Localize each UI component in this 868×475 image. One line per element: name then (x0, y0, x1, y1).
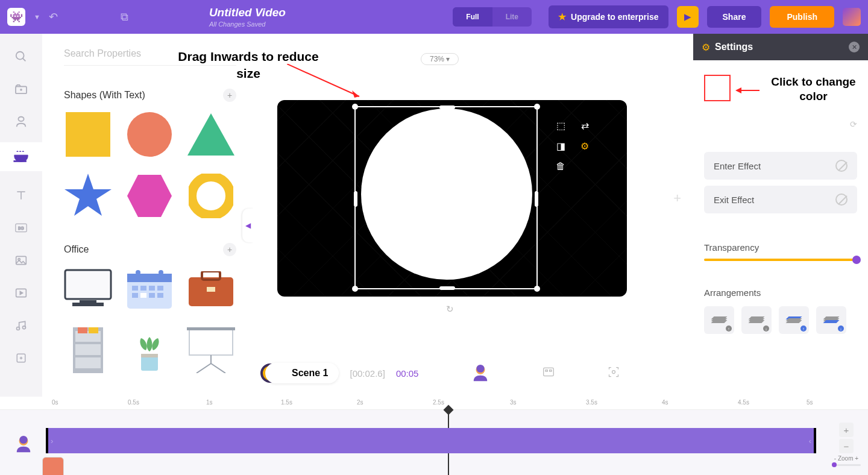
user-avatar[interactable] (843, 8, 861, 26)
character-chip-icon[interactable] (471, 364, 489, 382)
audio-icon[interactable] (13, 317, 30, 334)
zoom-display[interactable]: 73% ▾ (421, 53, 459, 65)
title-wrap: Untitled Video All Changes Saved (209, 6, 286, 28)
publish-button[interactable]: Publish (770, 6, 834, 28)
zoom-slider[interactable] (832, 464, 861, 466)
resize-edge[interactable] (439, 286, 455, 290)
color-swatch[interactable] (704, 75, 731, 101)
resize-handle[interactable] (534, 104, 540, 110)
svg-point-0 (16, 52, 24, 60)
selection-box[interactable] (354, 106, 538, 289)
zoom-in-button[interactable]: + (839, 423, 854, 437)
camera-focus-icon[interactable] (608, 366, 620, 380)
scene-info-bar: ▶ Scene 1 [00:02.6] 00:05 (260, 363, 620, 383)
props-icon[interactable] (0, 142, 42, 171)
text-icon[interactable] (13, 187, 30, 204)
gear-icon[interactable]: ⚙ (579, 140, 591, 152)
mode-full[interactable]: Full (453, 7, 492, 27)
svg-rect-60 (544, 368, 554, 376)
chevron-right-icon[interactable]: › (51, 436, 53, 445)
prop-calendar[interactable] (125, 265, 174, 313)
shape-ring[interactable] (187, 172, 235, 220)
send-backward-button[interactable]: ↓ (741, 306, 772, 334)
svg-rect-33 (157, 286, 163, 291)
background-icon[interactable]: BG (13, 219, 30, 236)
upgrade-button[interactable]: ★ Upgrade to enterprise (549, 5, 668, 28)
mode-lite[interactable]: Lite (492, 7, 532, 27)
video-icon[interactable] (13, 285, 30, 301)
settings-title: Settings (715, 42, 753, 52)
scene-settings-icon[interactable] (542, 366, 555, 380)
resize-edge[interactable] (439, 105, 455, 109)
category-name: Shapes (With Text) (64, 90, 145, 101)
svg-rect-46 (75, 357, 101, 368)
ruler[interactable]: 0s 0.5s 1s 1.5s 2s 2.5s 3s 3.5s 4s 4.5s … (0, 397, 868, 410)
collapse-panel-button[interactable]: ◀ (242, 209, 253, 242)
send-to-back-button[interactable]: ↓ (816, 306, 846, 334)
svg-rect-32 (149, 286, 155, 291)
prop-briefcase[interactable] (187, 265, 235, 313)
undo-button[interactable]: ↶ (49, 10, 58, 24)
timeline-body[interactable]: ›‹ + − - Zoom + (0, 410, 868, 475)
character-track-icon[interactable] (14, 435, 33, 453)
resize-handle[interactable] (352, 104, 358, 110)
svg-point-4 (18, 117, 24, 121)
swap-icon[interactable]: ⇄ (579, 119, 591, 131)
chevron-left-icon[interactable]: ‹ (809, 436, 811, 445)
slider-handle[interactable] (832, 462, 837, 467)
expand-category-button[interactable]: + (223, 89, 236, 102)
add-scene-button[interactable]: + (673, 190, 681, 206)
shape-square[interactable] (64, 110, 112, 159)
delete-icon[interactable]: 🗑 (555, 160, 567, 172)
object-clip[interactable] (42, 457, 64, 475)
image-icon[interactable] (13, 252, 30, 269)
prop-plant[interactable] (125, 326, 174, 374)
character-icon[interactable] (13, 113, 30, 130)
duplicate-button[interactable]: ⧉ (121, 11, 128, 24)
share-button[interactable]: Share (707, 6, 762, 28)
scene-pill[interactable]: Scene 1 (265, 363, 339, 383)
play-top-button[interactable]: ▶ (677, 6, 699, 28)
reset-color-icon[interactable]: ⟳ (850, 119, 857, 129)
svg-rect-31 (140, 286, 146, 291)
project-title[interactable]: Untitled Video (209, 6, 286, 19)
shape-hexagon[interactable] (125, 172, 174, 220)
svg-point-15 (23, 326, 26, 329)
bring-forward-button[interactable]: ↑ (704, 306, 734, 334)
resize-handle[interactable] (352, 286, 358, 292)
rotate-icon[interactable]: ↻ (446, 304, 454, 315)
app-logo[interactable]: 👾 (7, 8, 25, 26)
svg-rect-52 (187, 327, 235, 330)
bring-to-front-button[interactable]: ↑ (779, 306, 809, 334)
resize-handle[interactable] (534, 286, 540, 292)
shape-circle[interactable] (125, 110, 174, 159)
svg-rect-27 (72, 303, 104, 306)
search-icon[interactable] (13, 48, 30, 65)
enter-effect-button[interactable]: Enter Effect (704, 152, 857, 180)
resize-edge[interactable] (535, 191, 538, 207)
expand-category-button[interactable]: + (223, 243, 236, 256)
annotation-arrow-icon (287, 64, 365, 100)
zoom-out-button[interactable]: − (839, 439, 854, 453)
scenes-icon[interactable] (13, 81, 30, 98)
svg-point-39 (159, 270, 163, 275)
slider-handle[interactable] (852, 256, 861, 264)
transparency-slider[interactable] (704, 259, 857, 261)
close-icon[interactable]: ✕ (849, 42, 860, 52)
top-toolbar: 👾 ▼ ↶ ⧉ Untitled Video All Changes Saved… (0, 0, 868, 34)
prop-filing-cabinet[interactable] (64, 326, 112, 374)
resize-edge[interactable] (354, 191, 357, 207)
svg-rect-50 (141, 354, 158, 357)
scene-track-clip[interactable]: ›‹ (46, 428, 816, 453)
prop-projector-screen[interactable] (187, 326, 235, 374)
exit-effect-button[interactable]: Exit Effect (704, 186, 857, 213)
stage[interactable]: ⬚⇄ ◨⚙ 🗑 (277, 100, 627, 297)
select-icon[interactable]: ⬚ (555, 119, 567, 131)
prop-monitor[interactable] (64, 265, 112, 313)
shape-star[interactable] (64, 172, 112, 220)
logo-dropdown-icon[interactable]: ▼ (34, 13, 40, 20)
flip-icon[interactable]: ◨ (555, 140, 567, 152)
effects-icon[interactable] (13, 350, 30, 366)
office-grid (64, 265, 236, 374)
shape-triangle[interactable] (187, 110, 235, 159)
